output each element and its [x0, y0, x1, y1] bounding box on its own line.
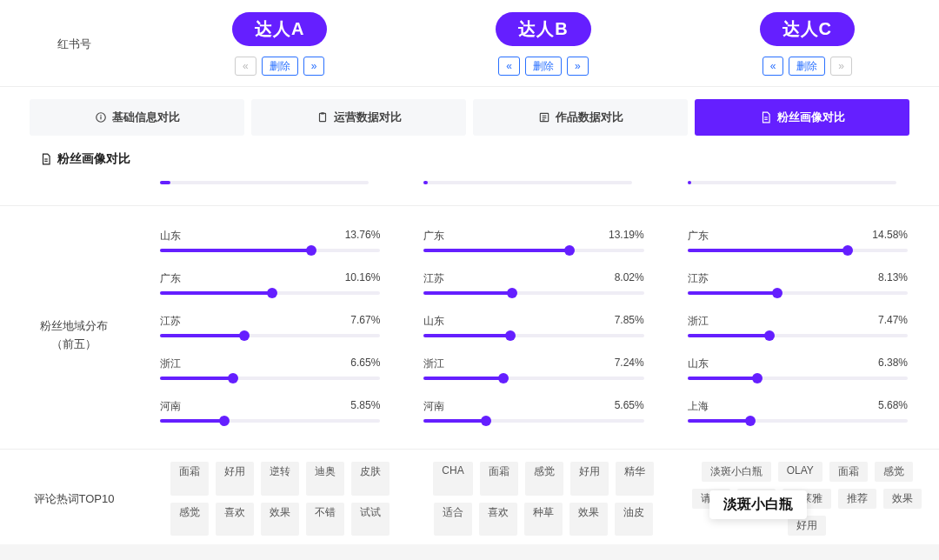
- row-label-id: 红书号: [0, 12, 148, 76]
- section-heading: 粉丝画像对比: [0, 136, 939, 177]
- region-item: 浙江7.47%: [688, 314, 908, 337]
- region-column: 广东14.58%江苏8.13%浙江7.47%山东6.38%上海5.68%: [676, 229, 939, 442]
- hot-word-tag[interactable]: 感觉: [525, 462, 563, 496]
- influencer-col: 达人A « 删除 »: [148, 12, 411, 76]
- hot-word-tag[interactable]: 效果: [261, 503, 299, 537]
- prev-button[interactable]: «: [235, 57, 256, 76]
- region-name: 河南: [160, 399, 181, 414]
- tab-operations[interactable]: 运营数据对比: [251, 99, 466, 136]
- region-bar: [688, 419, 908, 423]
- region-distribution-section: 粉丝地域分布 （前五） 山东13.76%广东10.16%江苏7.67%浙江6.6…: [0, 206, 939, 450]
- hot-word-tag[interactable]: 推荐: [838, 489, 876, 509]
- region-item: 浙江7.24%: [423, 357, 643, 380]
- region-bar: [688, 377, 908, 380]
- row-label-hotwords: 评论热词TOP10: [0, 462, 148, 536]
- hot-word-tooltip: 淡斑小白瓶: [709, 490, 807, 519]
- hot-word-tag[interactable]: 喜欢: [216, 503, 254, 537]
- region-name: 山东: [688, 357, 709, 371]
- hot-word-tag[interactable]: 不错: [306, 503, 344, 537]
- hot-word-tag[interactable]: 感觉: [170, 503, 209, 537]
- region-percent: 14.58%: [872, 229, 908, 243]
- region-item: 江苏8.02%: [423, 271, 643, 295]
- hot-word-tag[interactable]: 好用: [570, 462, 609, 496]
- hot-word-tag[interactable]: 面霜: [829, 462, 868, 482]
- mini-bar-row: [0, 177, 939, 206]
- hot-word-tag[interactable]: CHA: [433, 462, 472, 496]
- region-bar: [688, 334, 908, 337]
- region-name: 浙江: [423, 357, 444, 371]
- region-item: 广东13.19%: [423, 229, 643, 252]
- region-item: 江苏8.13%: [688, 271, 908, 295]
- region-percent: 6.38%: [878, 357, 908, 371]
- influencer-name-badge: 达人C: [760, 12, 855, 46]
- region-percent: 6.65%: [350, 357, 380, 371]
- region-bar: [160, 249, 380, 252]
- region-name: 浙江: [688, 314, 709, 329]
- next-button[interactable]: »: [830, 57, 852, 76]
- hot-word-tag[interactable]: 迪奥: [306, 462, 344, 496]
- prev-button[interactable]: «: [498, 57, 520, 76]
- hot-word-tag[interactable]: 皮肤: [351, 462, 390, 496]
- region-item: 上海5.68%: [688, 399, 908, 423]
- region-bar: [423, 377, 643, 380]
- region-name: 江苏: [688, 271, 709, 286]
- region-bar: [160, 419, 380, 423]
- region-percent: 5.65%: [615, 399, 644, 414]
- hot-word-tag[interactable]: 种草: [524, 503, 563, 537]
- tab-fan-profile[interactable]: 粉丝画像对比: [695, 99, 909, 136]
- hot-words-column: CHA面霜感觉好用精华适合喜欢种草效果油皮: [411, 462, 675, 536]
- tab-basic-info[interactable]: 基础信息对比: [30, 99, 244, 136]
- region-column: 山东13.76%广东10.16%江苏7.67%浙江6.65%河南5.85%: [148, 229, 411, 442]
- hot-word-tag[interactable]: 喜欢: [479, 503, 517, 537]
- region-percent: 13.76%: [345, 229, 381, 243]
- hot-word-tag[interactable]: 适合: [434, 503, 472, 537]
- hot-word-tag[interactable]: 精华: [616, 462, 654, 496]
- region-bar: [423, 291, 643, 295]
- region-name: 浙江: [160, 357, 181, 371]
- region-item: 河南5.85%: [160, 399, 380, 423]
- next-button[interactable]: »: [303, 57, 325, 76]
- region-name: 河南: [423, 399, 444, 414]
- mini-bar: [688, 181, 896, 184]
- region-item: 河南5.65%: [423, 399, 643, 423]
- hot-word-tag[interactable]: 逆转: [261, 462, 299, 496]
- hot-word-tag[interactable]: 感觉: [875, 462, 913, 482]
- hot-word-tag[interactable]: 试试: [351, 503, 390, 537]
- svg-rect-4: [321, 112, 324, 114]
- region-name: 上海: [688, 399, 709, 414]
- region-bar: [160, 334, 380, 337]
- hot-word-tag[interactable]: 效果: [569, 503, 608, 537]
- tab-works[interactable]: 作品数据对比: [473, 99, 688, 136]
- hot-word-tag[interactable]: 油皮: [615, 503, 653, 537]
- row-label-regions: 粉丝地域分布 （前五）: [0, 229, 148, 442]
- next-button[interactable]: »: [567, 57, 589, 76]
- delete-button[interactable]: 删除: [262, 57, 298, 76]
- delete-button[interactable]: 删除: [789, 57, 825, 76]
- region-percent: 7.85%: [615, 314, 644, 329]
- region-name: 山东: [160, 229, 181, 243]
- region-percent: 5.85%: [350, 399, 380, 414]
- clipboard-icon: [316, 111, 329, 123]
- list-icon: [538, 111, 550, 123]
- hot-word-tag[interactable]: 好用: [216, 462, 254, 496]
- region-percent: 7.24%: [615, 357, 644, 371]
- hot-word-tag[interactable]: OLAY: [778, 462, 822, 482]
- compare-tabs: 基础信息对比 运营数据对比 作品数据对比 粉丝画像对比: [0, 90, 939, 136]
- region-name: 广东: [160, 271, 181, 286]
- region-bar: [688, 249, 908, 252]
- influencer-col: 达人C « 删除 »: [676, 12, 939, 76]
- prev-button[interactable]: «: [763, 57, 784, 76]
- hot-word-tag[interactable]: 面霜: [170, 462, 209, 496]
- file-icon: [40, 153, 52, 165]
- hot-words-column: 面霜好用逆转迪奥皮肤感觉喜欢效果不错试试: [148, 462, 411, 536]
- region-item: 山东13.76%: [160, 229, 380, 252]
- delete-button[interactable]: 删除: [525, 57, 562, 76]
- region-name: 广东: [423, 229, 444, 243]
- svg-rect-2: [100, 115, 101, 116]
- hot-word-tag[interactable]: 面霜: [480, 462, 518, 496]
- svg-rect-3: [319, 113, 325, 121]
- hot-word-tag[interactable]: 效果: [883, 489, 922, 509]
- region-percent: 8.02%: [615, 271, 644, 286]
- mini-bar: [160, 181, 369, 184]
- hot-word-tag[interactable]: 淡斑小白瓶: [702, 462, 771, 482]
